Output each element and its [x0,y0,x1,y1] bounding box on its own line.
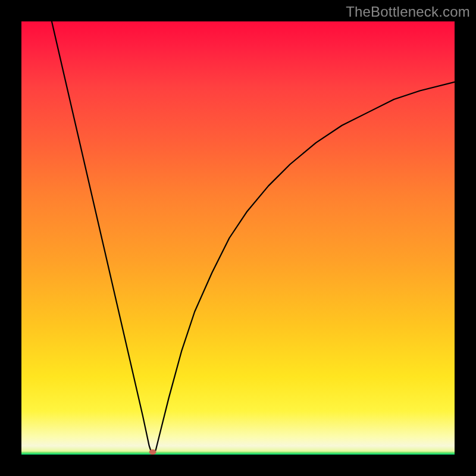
chart-svg [21,21,455,455]
watermark-text: TheBottleneck.com [346,4,470,20]
chart-frame: TheBottleneck.com [0,0,476,476]
bottleneck-curve [52,21,455,452]
minimum-marker [149,449,156,455]
